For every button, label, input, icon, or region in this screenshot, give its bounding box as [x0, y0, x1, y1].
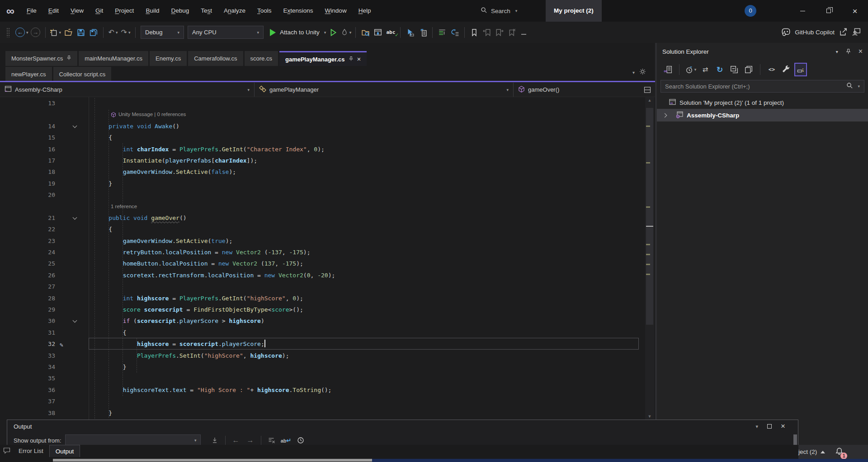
save-all-button[interactable] [88, 26, 99, 39]
pending-changes-filter-button[interactable]: ▾ [684, 63, 697, 76]
panel-chevron-icon[interactable]: ▾ [756, 424, 759, 429]
window-hot-reload-button[interactable] [373, 26, 383, 39]
menu-window[interactable]: Window [319, 0, 353, 22]
menu-analyze[interactable]: Analyze [218, 0, 251, 22]
member-dropdown[interactable]: gameOver() [514, 83, 632, 97]
show-all-files-button[interactable] [794, 63, 807, 76]
minimize-button[interactable] [789, 0, 816, 22]
code-line-18[interactable]: 18 gameOverWindow.SetActive(false); [0, 166, 645, 177]
undo-button[interactable]: ↶▾ [108, 26, 118, 39]
next-bookmark-button[interactable] [494, 26, 505, 39]
type-dropdown[interactable]: gamePlayManager▾ [255, 83, 514, 97]
code-line-14[interactable]: 14 private void Awake() [0, 121, 645, 132]
menu-tools[interactable]: Tools [251, 0, 278, 22]
menu-git[interactable]: Git [90, 0, 109, 22]
share-button[interactable] [839, 28, 848, 37]
code-line-31[interactable]: 31 { [0, 327, 645, 338]
solution-platform-select[interactable]: Any CPU▾ [188, 26, 264, 39]
paste-button[interactable] [417, 26, 428, 39]
solution-explorer-search[interactable]: Search Solution Explorer (Ctrl+;) ▾ [660, 80, 864, 93]
properties-wrench-button[interactable] [780, 63, 793, 76]
code-line-33[interactable]: 33 PlayerPrefs.SetInt("highScore", highs… [0, 350, 645, 361]
navigate-forward-button[interactable]: → [30, 26, 41, 39]
menu-file[interactable]: File [21, 0, 42, 22]
toggle-bookmark-button[interactable] [469, 26, 480, 39]
fold-chevron-icon[interactable] [73, 123, 77, 128]
spell-check-button[interactable]: abc✓ [385, 26, 396, 39]
refresh-button[interactable]: ↻ [713, 63, 726, 76]
code-line-15[interactable]: 15 { [0, 132, 645, 143]
code-line-32[interactable]: 32✎ highscore = scorescript.playerScore; [0, 338, 645, 350]
close-button[interactable]: × [842, 0, 868, 22]
navigate-back-button[interactable]: ←▾ [15, 26, 28, 39]
menu-test[interactable]: Test [195, 0, 218, 22]
menu-edit[interactable]: Edit [42, 0, 65, 22]
search-box[interactable]: Search ▾ [476, 0, 522, 22]
undo-format-button[interactable] [449, 26, 460, 39]
hot-reload-button[interactable]: ▾ [340, 26, 351, 39]
code-line-16[interactable]: 16 int charIndex = PlayerPrefs.GetInt("C… [0, 144, 645, 155]
previous-bookmark-button[interactable] [481, 26, 492, 39]
horizontal-scrollbar-thumb[interactable] [53, 459, 372, 462]
menu-help[interactable]: Help [353, 0, 377, 22]
tab-Enemy.cs[interactable]: Enemy.cs [150, 51, 187, 66]
statusbar-project-label[interactable]: ject (2) [798, 448, 817, 455]
code-line-36[interactable]: 36 highscoreText.text = "High Score : "+… [0, 384, 645, 396]
tab-MonsterSpawner.cs[interactable]: MonsterSpawner.cs [5, 51, 77, 66]
tab-list-chevron-icon[interactable]: ▾ [632, 70, 635, 75]
tree-item-solution[interactable]: ∞ Solution 'My project (2)' (1 of 1 proj… [657, 96, 868, 109]
tab-score.cs[interactable]: score.cs [245, 51, 278, 66]
code-line-26[interactable]: 26 scoretext.rectTransform.localPosition… [0, 270, 645, 281]
scroll-down-icon[interactable]: ▼ [645, 414, 654, 419]
sync-with-active-document-button[interactable]: ⇄ [699, 63, 712, 76]
code-line-34[interactable]: 34 } [0, 361, 645, 373]
code-line-25[interactable]: 25 homeButton.localPosition = new Vector… [0, 258, 645, 269]
toolbar-overflow[interactable] [521, 30, 526, 35]
tab-Camerafollow.cs[interactable]: Camerafollow.cs [188, 51, 243, 66]
feedback-bubble-icon[interactable] [1, 445, 13, 457]
code-line-38[interactable]: 38 } [0, 407, 645, 419]
code-line-17[interactable]: 17 Instantiate(playerPrefabs[charIndex])… [0, 155, 645, 166]
new-project-button[interactable]: ▾ [50, 26, 61, 39]
redo-button[interactable]: ↷▾ [120, 26, 131, 39]
github-copilot-label[interactable]: GitHub Copilot [795, 29, 835, 36]
project-dropdown[interactable]: ∞ Assembly-CSharp▾ [0, 83, 255, 97]
pin-icon[interactable] [66, 55, 71, 62]
tree-item-project[interactable]: Assembly-CSharp [657, 109, 868, 121]
codelens-row[interactable]: Unity Message | 0 references [0, 109, 645, 120]
menu-view[interactable]: View [65, 0, 90, 22]
attach-to-unity-button[interactable]: Attach to Unity ▾ [270, 26, 326, 39]
scrollbar-thumb[interactable] [646, 108, 653, 325]
chevron-up-icon[interactable] [821, 451, 825, 453]
menu-debug[interactable]: Debug [165, 0, 195, 22]
notifications-bell-button[interactable]: 1 [835, 447, 844, 457]
restore-button[interactable] [816, 0, 842, 22]
codelens-row[interactable]: 1 reference [0, 201, 645, 212]
feedback-badge[interactable]: 0 [745, 5, 756, 17]
tab-output[interactable]: Output [49, 445, 80, 457]
fold-chevron-icon[interactable] [73, 318, 77, 323]
code-line-37[interactable]: 37 [0, 396, 645, 407]
menu-project[interactable]: Project [109, 0, 140, 22]
code-line-20[interactable]: 20 [0, 189, 645, 201]
code-line-13[interactable]: 13 [0, 98, 645, 109]
code-line-27[interactable]: 27 [0, 281, 645, 292]
preview-selected-items-button[interactable] [742, 63, 755, 76]
code-line-23[interactable]: 23 gameOverWindow.SetActive(true); [0, 235, 645, 247]
code-line-24[interactable]: 24 retryButton.localPosition = new Vecto… [0, 247, 645, 258]
visual-studio-logo-icon[interactable]: ∞ [0, 0, 21, 22]
tab-options-gear-icon[interactable] [639, 68, 646, 76]
expand-chevron-icon[interactable] [663, 113, 667, 117]
open-file-button[interactable] [63, 26, 74, 39]
clear-bookmarks-button[interactable] [507, 26, 518, 39]
toolbar-grip[interactable] [6, 28, 10, 37]
code-line-22[interactable]: 22 { [0, 224, 645, 235]
code-line-21[interactable]: 21 public void gameOver() [0, 212, 645, 224]
maximize-panel-icon[interactable] [767, 424, 772, 429]
window-title-project[interactable]: My project (2) [546, 0, 602, 22]
code-line-35[interactable]: 35 [0, 373, 645, 384]
scroll-up-icon[interactable]: ▲ [645, 98, 654, 103]
tab-newPlayer.cs[interactable]: newPlayer.cs [5, 67, 52, 82]
code-line-28[interactable]: 28 int highscore = PlayerPrefs.GetInt("h… [0, 293, 645, 304]
code-line-29[interactable]: 29 score scorescript = FindFirstObjectBy… [0, 304, 645, 315]
